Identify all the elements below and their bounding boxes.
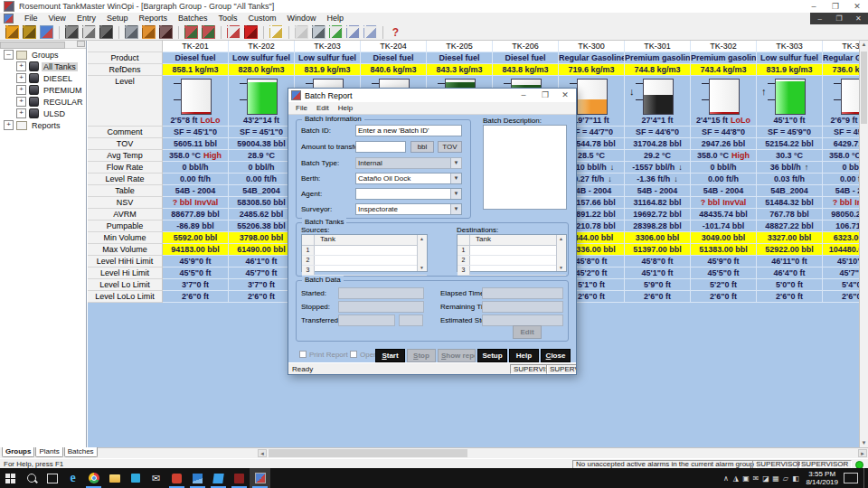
- snapshot-icon[interactable]: [99, 25, 113, 39]
- tank-header-tk-304[interactable]: TK-304: [823, 41, 859, 52]
- grid-cell-tov[interactable]: 2947.26 bbl: [691, 138, 757, 150]
- tank-header-tk-203[interactable]: TK-203: [295, 41, 361, 52]
- grid-cell-avrm[interactable]: 2485.62 bbl: [229, 209, 295, 221]
- grid-cell-level_rate[interactable]: 0.00 ft/h: [163, 174, 229, 185]
- lock-icon[interactable]: [5, 25, 19, 39]
- dialog-menu-help[interactable]: Help: [334, 102, 357, 114]
- grid-cell-level_rate[interactable]: 0.00 ft/h: [823, 174, 859, 185]
- batch-grid-row[interactable]: 1▼: [458, 246, 566, 256]
- edge-icon[interactable]: e: [62, 468, 83, 488]
- expand-icon[interactable]: +: [16, 61, 26, 71]
- grid-cell-nsv[interactable]: ? bblInvVal: [823, 197, 859, 209]
- scroll-up-icon[interactable]: ▲: [418, 235, 426, 242]
- dialog-menu-edit[interactable]: Edit: [312, 102, 334, 114]
- grid-cell-min_vol[interactable]: 6323.00 bbl: [823, 232, 859, 244]
- grid-cell-lo[interactable]: 5'4"0 ft: [823, 279, 859, 291]
- report-icon[interactable]: [363, 25, 377, 39]
- grid-cell-max_vol[interactable]: 61490.00 bbl: [229, 244, 295, 256]
- grid-cell-product[interactable]: Diesel fuel: [427, 52, 493, 64]
- grid-horizontal-scrollbar[interactable]: ◄ ►: [88, 447, 868, 458]
- berth-dropdown[interactable]: Cataño Oil Dock▼: [355, 173, 462, 184]
- grid-cell-avg_temp[interactable]: 30.3 °C: [757, 150, 823, 162]
- grid-cell-comment[interactable]: SF = 44'6"0: [625, 127, 691, 138]
- scroll-down-icon[interactable]: ▼: [418, 264, 426, 271]
- scroll-up-icon[interactable]: ▲: [860, 41, 868, 49]
- tree-root-groups[interactable]: –Groups: [0, 49, 86, 61]
- tree-item-ulsd[interactable]: +ULSD: [0, 108, 86, 119]
- grid-cell-refdens[interactable]: 828.0 kg/m3: [229, 64, 295, 76]
- grid-cell-product[interactable]: Low sulfur fuel: [757, 52, 823, 64]
- grid-cell-min_vol[interactable]: 3327.00 bbl: [757, 232, 823, 244]
- grid-cell-lo[interactable]: 5'0"0 ft: [757, 279, 823, 291]
- grid-cell-hihi[interactable]: 45'10"0 ft: [823, 256, 859, 267]
- close-button[interactable]: Close: [541, 349, 571, 362]
- find-tank-icon[interactable]: [65, 25, 79, 39]
- new-window-icon[interactable]: [269, 25, 283, 39]
- grid-cell-avrm[interactable]: 767.78 bbl: [757, 209, 823, 221]
- menu-setup[interactable]: Setup: [101, 14, 134, 23]
- grid-cell-avg_temp[interactable]: 358.0 °CHigh: [163, 150, 229, 162]
- tray-icon[interactable]: ▱: [780, 474, 790, 483]
- batch-type-dropdown[interactable]: Internal▼: [355, 157, 462, 169]
- grid-cell-pumpable[interactable]: 48827.22 bbl: [757, 221, 823, 232]
- minimize-button[interactable]: –: [803, 0, 825, 13]
- grid-cell-refdens[interactable]: 843.8 kg/m3: [493, 64, 559, 76]
- grid-cell-hi[interactable]: 45'1"0 ft: [625, 267, 691, 279]
- show-desktop-button[interactable]: [863, 468, 868, 488]
- grid-cell-refdens[interactable]: 831.9 kg/m3: [295, 64, 361, 76]
- menu-reports[interactable]: Reports: [133, 14, 173, 23]
- grid-cell-level_rate[interactable]: 0.00 ft/h: [691, 174, 757, 185]
- stop-button[interactable]: Stop: [407, 349, 436, 362]
- grid-cell-product[interactable]: Premium gasoline: [625, 52, 691, 64]
- batch-grid-scrollbar[interactable]: ▲▼: [417, 235, 427, 271]
- tree-item-diesel[interactable]: +DIESEL: [0, 72, 86, 84]
- file-explorer-icon[interactable]: [104, 468, 125, 488]
- grid-cell-hihi[interactable]: 45'9"0 ft: [163, 256, 229, 267]
- grid-cell-min_vol[interactable]: 3049.00 bbl: [691, 232, 757, 244]
- grid-cell-lolo[interactable]: 2'6"0 ft: [163, 291, 229, 303]
- grid-cell-comment[interactable]: SF = 45'3"0: [823, 127, 859, 138]
- tank-header-tk-205[interactable]: TK-205: [427, 41, 493, 52]
- tank-header-tk-300[interactable]: TK-300: [559, 41, 625, 52]
- grid-cell-max_vol[interactable]: 52922.00 bbl: [757, 244, 823, 256]
- batch-description-textarea[interactable]: [483, 125, 567, 210]
- grid-cell-min_vol[interactable]: 3306.00 bbl: [625, 232, 691, 244]
- chrome-icon[interactable]: [83, 468, 104, 488]
- grid-cell-tov[interactable]: 31704.28 bbl: [625, 138, 691, 150]
- bbl-button[interactable]: bbl: [410, 141, 434, 153]
- grid-cell-hihi[interactable]: 46'1"0 ft: [229, 256, 295, 267]
- scroll-down-icon[interactable]: ▼: [860, 439, 868, 447]
- grid-cell-tov[interactable]: 52154.22 bbl: [757, 138, 823, 150]
- mdi-minimize-button[interactable]: –: [810, 13, 829, 24]
- app-darkred-icon[interactable]: [229, 468, 250, 488]
- task-view-button[interactable]: [42, 468, 62, 488]
- help-icon[interactable]: ?: [389, 25, 402, 39]
- grid-cell-refdens[interactable]: 719.6 kg/m3: [559, 64, 625, 76]
- batch-grid-row[interactable]: 1▼: [302, 246, 427, 256]
- tank-level-cell[interactable]: ↑45'1"0 ft: [757, 76, 823, 127]
- grid-cell-avrm[interactable]: 88677.89 bbl: [163, 209, 229, 221]
- tank-level-cell[interactable]: 2'6"9 ftLoLo: [823, 76, 859, 127]
- menu-view[interactable]: View: [43, 14, 71, 23]
- alarm-log-icon[interactable]: [244, 25, 258, 39]
- monitor-icon[interactable]: [312, 25, 326, 39]
- export-icon[interactable]: [227, 25, 241, 39]
- grid-cell-lo[interactable]: 5'9"0 ft: [625, 279, 691, 291]
- tank-select-cell[interactable]: ▼: [315, 246, 427, 255]
- collapse-icon[interactable]: –: [4, 50, 14, 60]
- amount-input[interactable]: [355, 141, 406, 153]
- grid-cell-hihi[interactable]: 45'8"0 ft: [625, 256, 691, 267]
- child-window-icon[interactable]: [4, 14, 14, 23]
- tray-icon[interactable]: ◮: [731, 474, 741, 483]
- menu-help[interactable]: Help: [322, 14, 350, 23]
- tank-select-cell[interactable]: [470, 256, 566, 265]
- grid-cell-min_vol[interactable]: 3798.00 bbl: [229, 232, 295, 244]
- grid-cell-tov[interactable]: 6429.71 bbl: [823, 138, 859, 150]
- menu-batches[interactable]: Batches: [173, 14, 213, 23]
- mail-icon[interactable]: ✉: [146, 468, 166, 488]
- show-report-button[interactable]: Show report: [438, 349, 476, 362]
- grid-cell-flow[interactable]: 36 bbl/h↑: [757, 162, 823, 174]
- grid-cell-max_vol[interactable]: 104480.00 bbl: [823, 244, 859, 256]
- chart-icon[interactable]: [329, 25, 343, 39]
- grid-cell-table[interactable]: 54B_2004: [229, 185, 295, 197]
